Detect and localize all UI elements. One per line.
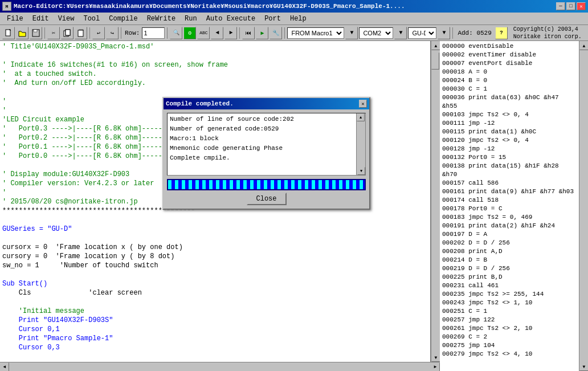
address-line: 000030 C = 1 — [442, 85, 577, 93]
menu-compile[interactable]: Compile — [104, 14, 142, 24]
new-button[interactable] — [2, 27, 15, 39]
editor-line: ' Indicate 16 switches(#1 to #16) on scr… — [2, 60, 428, 70]
toolbar-separator-2 — [89, 27, 90, 39]
right-scroll-up[interactable]: ▲ — [579, 41, 588, 50]
address-line: 000261 jmpc Ts2 <> 2, 10 — [442, 324, 577, 333]
macro-down-btn[interactable]: ▼ — [345, 27, 358, 39]
scroll-left-btn[interactable]: ◄ — [0, 362, 9, 372]
save-button[interactable] — [30, 27, 42, 39]
tools-button[interactable]: 🔧 — [270, 27, 282, 39]
svg-rect-7 — [78, 30, 83, 36]
address-line: 000279 jmpc Ts2 <> 4, 10 — [442, 350, 577, 358]
scroll-track — [431, 50, 440, 353]
fwd-button[interactable]: ► — [224, 27, 237, 39]
editor-line: Cursor 0,3 — [2, 343, 428, 352]
menu-port[interactable]: Port — [260, 14, 285, 24]
address-line: 000161 print data(9) &h1F &h77 &h03 — [442, 187, 577, 196]
right-panel: 000000 eventDisable000002 eventTimer dis… — [440, 41, 588, 371]
scroll-right-btn[interactable]: ► — [431, 362, 440, 372]
editor-line: GUSeries = "GU-D" — [2, 225, 428, 234]
editor-line: Cursor 0,1 — [2, 325, 428, 334]
open-button[interactable] — [16, 27, 28, 39]
editor-hscrollbar: ◄ ► — [0, 362, 440, 371]
editor-line — [2, 88, 428, 97]
address-line: 000007 eventPort disable — [442, 59, 577, 68]
menu-file[interactable]: File — [2, 14, 28, 24]
address-line: 000002 eventTimer disable — [442, 51, 577, 59]
editor-line: ' at a touched switch. — [2, 70, 428, 79]
toolbar-separator-1 — [44, 27, 45, 39]
dialog-title-bar: Compile completed. ✕ — [164, 98, 369, 109]
abc-button[interactable]: ABC — [197, 27, 210, 39]
window-title: Macro-EditorC:¥Users¥masaakinakamura¥Doc… — [14, 3, 556, 10]
row-input[interactable] — [142, 27, 165, 39]
scroll-down-btn[interactable]: ▼ — [431, 353, 440, 362]
find-button[interactable]: 🔍 — [170, 27, 182, 39]
menu-rewrite[interactable]: ReWrite — [142, 14, 180, 24]
editor-line: cursory = 0 'Frame location y ( by 8 dot… — [2, 252, 428, 261]
address-line: 000214 D = B — [442, 256, 577, 264]
app-icon: M — [2, 2, 11, 11]
copy-button[interactable] — [61, 27, 74, 39]
right-inner: 000000 eventDisable000002 eventTimer dis… — [440, 41, 588, 371]
window-controls: ─ □ ✕ — [556, 2, 586, 10]
back-button[interactable]: ◄ — [211, 27, 223, 39]
address-line: 000235 jmpc Ts2 >= 255, 144 — [442, 290, 577, 299]
address-line: 000197 D = A — [442, 230, 577, 239]
toolbar-separator-4 — [167, 27, 168, 39]
scroll-up-btn[interactable]: ▲ — [431, 41, 440, 50]
toolbar: ✂ ↩ ↪ Row: 🔍 ⚙ ABC ◄ ► ⏮ ▶ 🔧 FROM Macro1… — [0, 25, 588, 41]
copyright-area: Copyright(c) 2003,4 Noritake itron corp. — [513, 26, 582, 40]
menu-tool[interactable]: Tool — [79, 14, 104, 24]
title-bar: M Macro-EditorC:¥Users¥masaakinakamura¥D… — [0, 0, 588, 13]
menu-view[interactable]: View — [54, 14, 79, 24]
menu-auto-execute[interactable]: Auto Execute — [202, 14, 260, 24]
toolbar-separator-7 — [452, 27, 453, 39]
address-line: 000219 D = D / 256 — [442, 264, 577, 273]
menu-edit[interactable]: Edit — [28, 14, 54, 24]
menu-run[interactable]: Run — [180, 14, 202, 24]
com-down-btn[interactable]: ▼ — [394, 27, 407, 39]
com-combo[interactable]: COM2 — [359, 27, 393, 39]
right-scroll-down[interactable]: ▼ — [579, 362, 588, 371]
editor-line — [2, 51, 428, 60]
dialog-close-button[interactable]: Close — [247, 193, 287, 205]
address-line: 000202 D = D / 256 — [442, 239, 577, 247]
run-button[interactable]: ▶ — [256, 27, 268, 39]
address-line: 000251 C = 1 — [442, 307, 577, 316]
address-line: 000103 jmpc Ts2 <> 0, 4 — [442, 111, 577, 119]
macro-combo[interactable]: FROM Macro1 — [287, 27, 344, 39]
help-button[interactable]: ? — [495, 27, 508, 39]
address-line: 000231 call 461 — [442, 282, 577, 290]
gu-combo[interactable]: GU-D — [408, 27, 436, 39]
cut-button[interactable]: ✂ — [47, 27, 60, 39]
paste-button[interactable] — [75, 27, 87, 39]
editor-line: Print "Pmacro Sample-1" — [2, 334, 428, 343]
close-button[interactable]: ✕ — [577, 2, 586, 10]
minimize-button[interactable]: ─ — [556, 2, 565, 10]
dialog-close-icon[interactable]: ✕ — [359, 100, 367, 108]
address-line: 000128 jmp -12 — [442, 145, 577, 153]
maximize-button[interactable]: □ — [566, 2, 575, 10]
add-display: Add: 0529 — [455, 30, 493, 36]
address-line: 000269 C = 2 — [442, 333, 577, 341]
gu-down-btn[interactable]: ▼ — [438, 27, 450, 39]
dlg-scroll-down[interactable]: ▼ — [357, 167, 365, 175]
dialog-progress — [167, 179, 366, 190]
address-line: 000138 print data(15) &h1F &h28 &h70 — [442, 162, 577, 179]
row-label: Row: — [124, 30, 141, 36]
address-line: 000275 jmp 104 — [442, 341, 577, 350]
redo-button[interactable]: ↪ — [106, 27, 119, 39]
editor-line: Cls 'clear screen — [2, 288, 428, 297]
address-line: 000132 Port0 = 15 — [442, 153, 577, 162]
editor-line: 'Initial message — [2, 307, 428, 316]
compile-button[interactable]: ⚙ — [183, 27, 196, 39]
dlg-scroll-up[interactable]: ▲ — [357, 113, 365, 121]
editor-line — [2, 234, 428, 243]
menu-help[interactable]: Help — [285, 14, 311, 24]
editor-line: sw_no = 1 'Number of touchd switch — [2, 261, 428, 270]
undo-button[interactable]: ↩ — [92, 27, 105, 39]
dialog-line-5: Complete cmpile. — [170, 153, 363, 163]
prev-button[interactable]: ⏮ — [242, 27, 255, 39]
address-line: 000115 print data(1) &h0C — [442, 128, 577, 136]
